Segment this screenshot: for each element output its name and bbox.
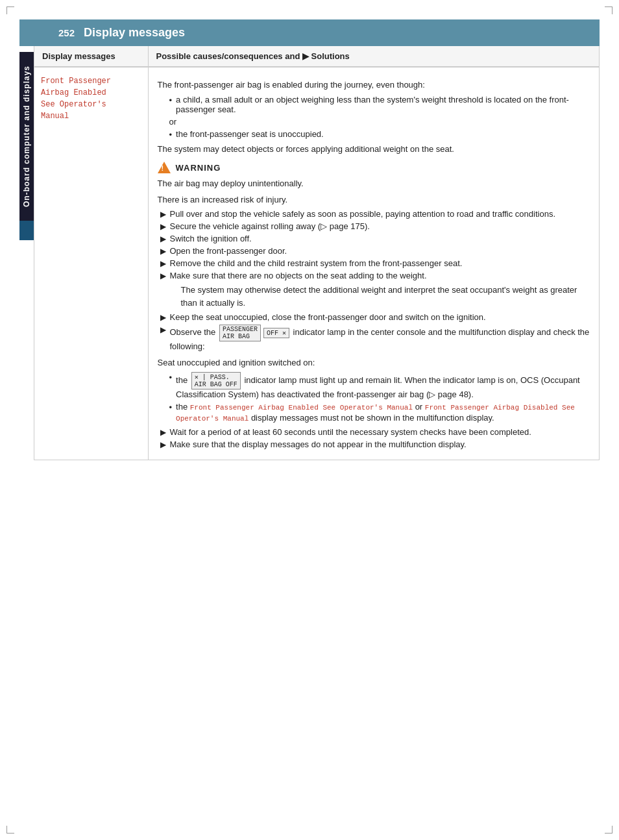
arrow-sym-0: ▶ [160,210,166,219]
arrow-sym-4: ▶ [160,259,166,268]
warning-box: WARNING [158,162,590,173]
bullet-item-2: • the front-passenger seat is unoccupied… [158,129,590,140]
content-table: Display messages Possible causes/consequ… [34,46,599,460]
corner-mark-bl [6,826,14,834]
sub-bullet-2: • the Front Passenger Airbag Enabled See… [158,402,590,425]
col-header-solutions: Possible causes/consequences and ▶ Solut… [148,46,599,67]
arrow-sym-2: ▶ [160,234,166,243]
corner-mark-br [605,826,613,834]
arrow-sym-3: ▶ [160,247,166,256]
arrow-text-5: Make sure that there are no objects on t… [170,271,427,280]
warning-line-1: The air bag may deploy unintentionally. [158,177,590,190]
table-row: Front Passenger Airbag Enabled See Opera… [34,67,599,460]
warning-triangle-icon [158,162,171,173]
arrow-item-7: ▶ Observe the PASSENGERAIR BAGOFF ✕ indi… [158,325,590,351]
header-bar: 252 Display messages [19,19,600,46]
or-divider: or [169,117,590,127]
solutions-cell: The front-passenger air bag is enabled d… [148,67,599,460]
seat-ignition-label: Seat unoccupied and ignition switched on… [158,356,590,369]
arrow-text-6: Keep the seat unoccupied, close the fron… [170,312,486,322]
final-arrow-0: ▶ Wait for a period of at least 60 secon… [158,427,590,437]
bullet-dot-1: • [169,95,173,114]
arrow-text-2: Switch the ignition off. [170,234,252,243]
page-number: 252 [58,27,75,38]
arrow-item-3: ▶ Open the front-passenger door. [158,246,590,256]
arrow-sym-6: ▶ [160,313,166,322]
lamp-icon-checkmark: ✕ | PASS.AIR BAG OFF [191,372,241,389]
lamp-icon-passenger: PASSENGERAIR BAG [219,325,261,341]
sub-bullet-dot-2: • [169,402,173,425]
sub-bullet-text-2: the Front Passenger Airbag Enabled See O… [176,402,590,425]
arrow-text-0: Pull over and stop the vehicle safely as… [170,209,556,219]
arrow-text-3: Open the front-passenger door. [170,246,287,256]
corner-mark-tl [6,6,14,14]
final-arrow-text-0: Wait for a period of at least 60 seconds… [170,427,531,437]
bullet-text-2: the front-passenger seat is unoccupied. [176,129,324,140]
final-arrow-1: ▶ Make sure that the display messages do… [158,439,590,449]
side-tab-blue-accent [19,221,34,240]
page-title: Display messages [84,26,185,40]
final-arrow-sym-0: ▶ [160,428,166,437]
final-arrow-sym-1: ▶ [160,440,166,449]
col-header-display-messages: Display messages [34,46,148,67]
corner-mark-tr [605,6,613,14]
system-note: The system may detect objects or forces … [158,143,590,156]
bullet-dot-2: • [169,130,173,140]
arrow-item-6: ▶ Keep the seat unoccupied, close the fr… [158,312,590,322]
arrow-item-4: ▶ Remove the child and the child restrai… [158,258,590,268]
side-tab: On-board computer and displays [19,52,34,221]
system-weight-note: The system may otherwise detect the addi… [158,284,590,309]
bullet-text-1: a child, a small adult or an object weig… [176,95,590,114]
sub-bullet-dot-1: • [169,373,173,399]
sub-bullet-text-1: the ✕ | PASS.AIR BAG OFF indicator lamp … [176,372,590,399]
final-arrow-text-1: Make sure that the display messages do n… [170,439,467,449]
arrow-text-1: Secure the vehicle against rolling away … [170,221,370,231]
arrow-item-1: ▶ Secure the vehicle against rolling awa… [158,221,590,231]
arrow-text-7: Observe the PASSENGERAIR BAGOFF ✕ indica… [170,325,590,351]
sub-bullet-1: • the ✕ | PASS.AIR BAG OFF indicator lam… [158,372,590,399]
arrow-item-5: ▶ Make sure that there are no objects on… [158,271,590,280]
arrow-item-2: ▶ Switch the ignition off. [158,234,590,243]
bullet-item-1: • a child, a small adult or an object we… [158,95,590,114]
warning-label: WARNING [176,163,221,173]
arrow-sym-7: ▶ [160,325,166,351]
display-message-cell: Front Passenger Airbag Enabled See Opera… [34,67,148,460]
display-message-text: Front Passenger Airbag Enabled See Opera… [41,75,141,122]
intro-text: The front-passenger air bag is enabled d… [158,79,590,92]
arrow-text-4: Remove the child and the child restraint… [170,258,463,268]
warning-line-2: There is an increased risk of injury. [158,193,590,206]
arrow-item-0: ▶ Pull over and stop the vehicle safely … [158,209,590,219]
lamp-icon-off: OFF ✕ [263,328,289,338]
arrow-sym-1: ▶ [160,222,166,231]
main-content: Display messages Possible causes/consequ… [34,46,600,460]
arrow-sym-5: ▶ [160,271,166,280]
